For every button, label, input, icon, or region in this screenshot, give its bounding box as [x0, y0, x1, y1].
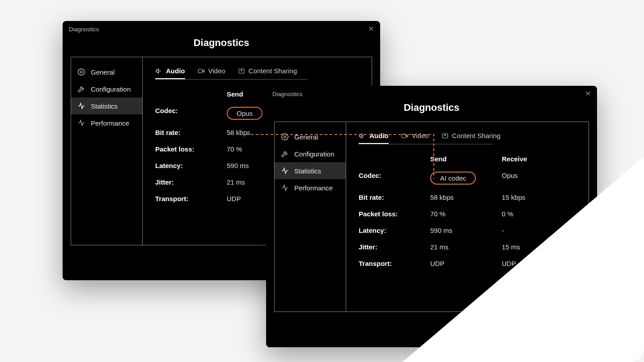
sidebar-item-label: Configuration [294, 150, 334, 158]
sidebar-item-label: Configuration [91, 85, 131, 93]
sidebar-item-general[interactable]: General [71, 63, 142, 80]
row-latency: Latency: [359, 227, 412, 234]
jitter-receive-value: 15 ms [502, 243, 555, 251]
video-icon [401, 132, 408, 139]
tab-video[interactable]: Video [401, 129, 429, 144]
video-icon [198, 67, 205, 75]
sidebar-item-label: General [294, 133, 318, 141]
sidebar-item-label: Performance [91, 119, 129, 127]
tabs: Audio Video Content Sharing [359, 129, 576, 144]
speaker-icon [359, 132, 366, 139]
transport-send-value: UDP [430, 260, 484, 267]
tab-content-sharing[interactable]: Content Sharing [441, 129, 500, 144]
row-codec: Codec: [155, 107, 209, 120]
tab-label: Content Sharing [452, 132, 500, 139]
svg-rect-1 [198, 69, 202, 73]
sidebar-item-statistics[interactable]: Statistics [275, 162, 346, 179]
tab-label: Content Sharing [249, 67, 297, 75]
tabs: Audio Video Content Sharing [155, 64, 359, 79]
pulse-icon [281, 167, 289, 175]
row-transport: Transport: [359, 260, 412, 267]
sidebar-item-configuration[interactable]: Configuration [71, 80, 142, 97]
codec-send-highlight: AI codec [430, 172, 484, 185]
tab-divider [359, 144, 493, 144]
share-screen-icon [238, 67, 245, 75]
titlebar-label: Diagnostics [272, 91, 302, 97]
row-latency: Latency: [155, 162, 209, 169]
codec-receive-value: Opus [502, 172, 555, 185]
tools-icon [77, 85, 85, 93]
svg-point-3 [284, 136, 286, 138]
row-transport: Transport: [155, 195, 209, 202]
sidebar-item-performance[interactable]: Performance [71, 114, 142, 131]
panel-inner: General Configuration Statistics Perform… [274, 122, 589, 312]
row-bitrate: Bit rate: [359, 194, 412, 201]
sidebar: General Configuration Statistics Perform… [275, 122, 346, 311]
tab-divider [155, 79, 307, 80]
svg-point-0 [80, 71, 83, 73]
sidebar-item-label: Statistics [294, 167, 321, 175]
packetloss-send-value: 70 % [430, 210, 484, 218]
close-icon[interactable]: ✕ [368, 25, 374, 33]
svg-rect-4 [402, 134, 406, 138]
tab-audio[interactable]: Audio [359, 129, 389, 144]
transport-receive-value: UDP [502, 260, 555, 267]
row-packetloss: Packet loss: [155, 145, 209, 153]
sidebar-item-general[interactable]: General [275, 128, 346, 145]
content: Audio Video Content Sharing Send Receive… [346, 122, 589, 311]
close-icon[interactable]: ✕ [585, 90, 591, 97]
row-codec: Codec: [359, 172, 412, 185]
packetloss-receive-value: 0 % [502, 210, 555, 218]
jitter-send-value: 21 ms [430, 243, 484, 251]
sidebar-item-label: General [91, 68, 114, 76]
gear-icon [281, 133, 289, 141]
panel-title: Diagnostics [63, 37, 380, 49]
tab-audio[interactable]: Audio [155, 64, 185, 79]
latency-send-value: 590 ms [430, 227, 484, 234]
diagnostics-panel-after: Diagnostics ✕ Diagnostics General Config… [266, 86, 597, 347]
titlebar: Diagnostics ✕ [266, 86, 597, 98]
row-packetloss: Packet loss: [359, 210, 412, 218]
sidebar-item-label: Statistics [91, 102, 118, 110]
gear-icon [77, 68, 85, 76]
tools-icon [281, 150, 289, 158]
row-jitter: Jitter: [359, 243, 412, 251]
row-jitter: Jitter: [155, 178, 209, 186]
pulse-icon [77, 119, 85, 127]
pulse-icon [281, 184, 289, 192]
row-bitrate: Bit rate: [155, 129, 209, 136]
share-screen-icon [441, 132, 449, 139]
sidebar-item-performance[interactable]: Performance [275, 179, 346, 196]
sidebar-item-label: Performance [294, 184, 333, 192]
bitrate-send-value: 58 kbps [430, 194, 484, 201]
panel-title: Diagnostics [266, 102, 597, 114]
bitrate-receive-value: 15 kbps [502, 194, 555, 201]
titlebar: Diagnostics ✕ [63, 21, 380, 34]
col-send: Send [430, 155, 484, 163]
tab-label: Audio [166, 67, 185, 75]
titlebar-label: Diagnostics [69, 26, 99, 33]
tab-label: Video [412, 132, 429, 139]
sidebar-item-configuration[interactable]: Configuration [275, 145, 346, 162]
stats-grid: Send Receive Codec: AI codec Opus Bit ra… [359, 155, 576, 267]
tab-content-sharing[interactable]: Content Sharing [238, 64, 297, 79]
tab-video[interactable]: Video [198, 64, 225, 79]
export-all-data-button[interactable]: Export all data [523, 321, 585, 337]
sidebar: General Configuration Statistics Perform… [71, 57, 143, 245]
latency-receive-value: - [502, 227, 555, 234]
tab-label: Audio [369, 132, 389, 139]
tab-label: Video [208, 67, 225, 75]
col-receive: Receive [502, 155, 555, 163]
speaker-icon [155, 67, 162, 75]
codec-send-value: Opus [237, 109, 253, 117]
sidebar-item-statistics[interactable]: Statistics [71, 97, 142, 114]
codec-send-value: AI codec [440, 174, 466, 182]
pulse-icon [77, 102, 85, 110]
